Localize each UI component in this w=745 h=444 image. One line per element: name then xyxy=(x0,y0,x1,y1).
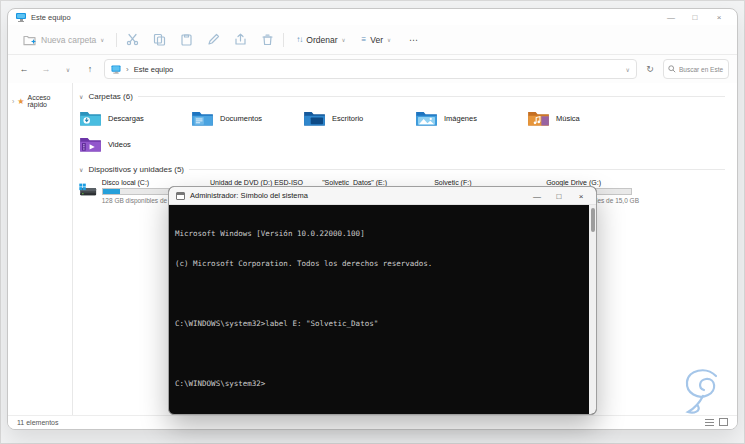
maximize-button[interactable]: □ xyxy=(548,187,570,205)
cmd-prompt-line: C:\WINDOWS\system32> xyxy=(175,379,583,389)
close-button[interactable]: × xyxy=(570,187,592,205)
explorer-sidebar: › ★ Acceso rápido xyxy=(8,83,73,415)
drives-section-header[interactable]: ∨ Dispositivos y unidades (5) xyxy=(79,165,731,174)
minimize-button[interactable]: — xyxy=(659,9,683,25)
desktop-folder-icon xyxy=(303,110,326,127)
search-icon xyxy=(668,65,676,73)
address-dropdown-icon[interactable]: ∨ xyxy=(626,66,630,73)
sort-label: Ordenar xyxy=(306,35,337,45)
command-prompt-window: Administrador: Símbolo del sistema — □ ×… xyxy=(168,186,597,415)
cmd-titlebar[interactable]: Administrador: Símbolo del sistema — □ × xyxy=(169,187,596,205)
drive-name: Disco local (C:) xyxy=(102,179,191,186)
rename-button[interactable] xyxy=(206,32,221,47)
chevron-down-icon: ∨ xyxy=(387,37,391,43)
cmd-scrollbar-thumb[interactable] xyxy=(591,208,595,232)
quick-access-label: Acceso rápido xyxy=(28,94,68,108)
desktop: { "glyphs": { "minimize": "—", "maximize… xyxy=(0,0,745,444)
view-label: Ver xyxy=(370,35,383,45)
drive-name: Unidad de DVD (D:) ESD-ISO xyxy=(210,179,303,186)
maximize-button[interactable]: □ xyxy=(683,9,707,25)
cmd-icon xyxy=(176,192,185,200)
breadcrumb-chevron-icon: › xyxy=(126,65,129,74)
address-row: ← → ∨ ↑ › Este equipo ∨ ↻ xyxy=(8,55,737,83)
back-button[interactable]: ← xyxy=(16,64,32,74)
cmd-line xyxy=(175,349,583,359)
explorer-titlebar[interactable]: Este equipo — □ × xyxy=(8,9,737,25)
drive-name: "Solvetic_Datos" (E:) xyxy=(322,179,415,186)
recent-locations-button[interactable]: ∨ xyxy=(60,66,76,73)
collapse-icon[interactable]: ∨ xyxy=(79,166,83,173)
star-icon: ★ xyxy=(17,97,24,106)
share-button[interactable] xyxy=(233,32,248,47)
section-rule xyxy=(138,96,725,97)
delete-button[interactable] xyxy=(260,32,275,47)
folder-imagenes[interactable]: Imágenes xyxy=(415,105,527,131)
close-button[interactable]: × xyxy=(707,9,731,25)
minimize-button[interactable]: — xyxy=(526,187,548,205)
folder-descargas[interactable]: Descargas xyxy=(79,105,191,131)
this-pc-icon xyxy=(16,13,26,22)
ellipsis-icon: ⋯ xyxy=(409,35,419,45)
window-title: Este equipo xyxy=(31,13,71,22)
folder-label: Videos xyxy=(108,140,131,149)
chevron-down-icon: ∨ xyxy=(100,37,104,43)
folder-documentos[interactable]: Documentos xyxy=(191,105,303,131)
item-count: 11 elementos xyxy=(17,419,59,426)
music-folder-icon xyxy=(527,110,550,127)
cmd-line: Microsoft Windows [Versión 10.0.22000.10… xyxy=(175,229,583,239)
folder-videos[interactable]: Videos xyxy=(79,131,191,157)
pictures-folder-icon xyxy=(415,110,438,127)
cut-button[interactable] xyxy=(125,32,140,47)
new-folder-label: Nueva carpeta xyxy=(41,35,96,45)
address-bar[interactable]: › Este equipo ∨ xyxy=(104,59,637,79)
folder-label: Música xyxy=(556,114,580,123)
forward-button[interactable]: → xyxy=(38,64,54,74)
sort-icon: ↑↓ xyxy=(296,35,302,44)
new-folder-icon xyxy=(22,32,37,47)
videos-folder-icon xyxy=(79,136,102,153)
folder-musica[interactable]: Música xyxy=(527,105,639,131)
local-disk-icon xyxy=(79,178,97,204)
section-rule xyxy=(189,169,725,170)
folder-label: Imágenes xyxy=(444,114,477,123)
folders-grid: Descargas Documentos xyxy=(79,105,731,157)
view-button[interactable]: ≡ Ver ∨ xyxy=(358,35,395,45)
drives-header-label: Dispositivos y unidades (5) xyxy=(88,165,184,174)
view-icon: ≡ xyxy=(362,35,367,44)
explorer-toolbar: Nueva carpeta ∨ ↑↓ xyxy=(8,25,737,55)
up-button[interactable]: ↑ xyxy=(82,64,98,74)
folder-escritorio[interactable]: Escritorio xyxy=(303,105,415,131)
copy-button[interactable] xyxy=(152,32,167,47)
this-pc-icon xyxy=(112,65,121,73)
breadcrumb-location[interactable]: Este equipo xyxy=(134,65,621,74)
cmd-line xyxy=(175,289,583,299)
downloads-folder-icon xyxy=(79,110,102,127)
drive-name: Google Drive (G:) xyxy=(546,179,639,186)
sidebar-item-quick-access[interactable]: › ★ Acceso rápido xyxy=(8,91,72,111)
cmd-line: C:\WINDOWS\system32>label E: "Solvetic_D… xyxy=(175,319,583,329)
cmd-scrollbar[interactable] xyxy=(589,205,596,414)
folders-header-label: Carpetas (6) xyxy=(88,92,132,101)
status-bar: 11 elementos xyxy=(8,415,737,429)
expander-icon[interactable]: › xyxy=(12,98,14,105)
drive-name: Solvetic (F:) xyxy=(434,179,527,186)
annotation-squiggle xyxy=(668,366,740,428)
refresh-button[interactable]: ↻ xyxy=(643,64,657,74)
cmd-line: (c) Microsoft Corporation. Todos los der… xyxy=(175,259,583,269)
sort-button[interactable]: ↑↓ Ordenar ∨ xyxy=(292,35,349,45)
search-box[interactable] xyxy=(663,59,729,79)
chevron-down-icon: ∨ xyxy=(342,37,346,43)
new-folder-button[interactable]: Nueva carpeta ∨ xyxy=(18,32,108,47)
more-options-button[interactable]: ⋯ xyxy=(405,35,423,45)
toolbar-separator xyxy=(283,33,284,47)
cmd-title: Administrador: Símbolo del sistema xyxy=(190,191,308,200)
paste-button[interactable] xyxy=(179,32,194,47)
cmd-output[interactable]: Microsoft Windows [Versión 10.0.22000.10… xyxy=(169,205,589,414)
folder-label: Documentos xyxy=(220,114,262,123)
documents-folder-icon xyxy=(191,110,214,127)
search-input[interactable] xyxy=(679,66,724,73)
toolbar-separator xyxy=(116,33,117,47)
folders-section-header[interactable]: ∨ Carpetas (6) xyxy=(79,92,731,101)
folder-label: Escritorio xyxy=(332,114,363,123)
collapse-icon[interactable]: ∨ xyxy=(79,93,83,100)
